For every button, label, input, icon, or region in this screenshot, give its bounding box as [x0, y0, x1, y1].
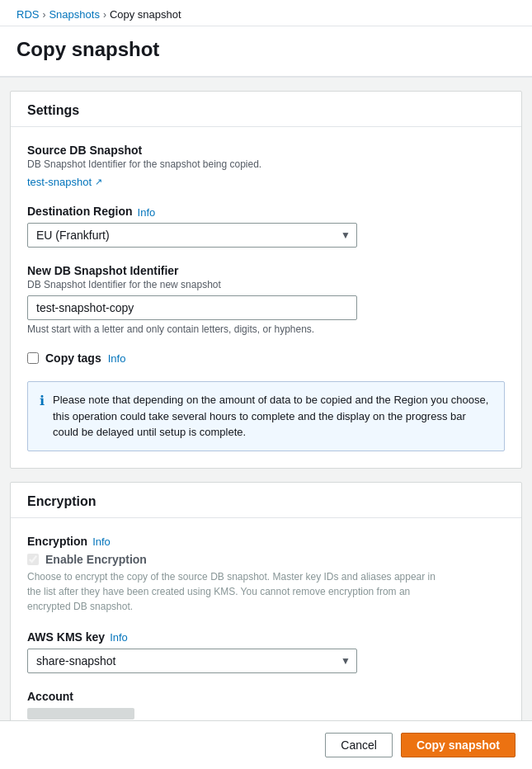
breadcrumb-current: Copy snapshot — [110, 8, 181, 21]
settings-section: Settings Source DB Snapshot DB Snapshot … — [10, 91, 522, 469]
account-label: Account — [27, 690, 505, 703]
source-db-snapshot-label: Source DB Snapshot — [27, 144, 505, 157]
copy-snapshot-button[interactable]: Copy snapshot — [401, 733, 516, 757]
aws-kms-key-select-wrapper: share-snapshot (default) aws/rds ▼ — [27, 649, 357, 673]
encryption-info[interactable]: Info — [92, 535, 111, 548]
aws-kms-key-info[interactable]: Info — [110, 631, 128, 644]
breadcrumb-sep-1: › — [42, 9, 45, 21]
enable-encryption-label: Enable Encryption — [45, 553, 147, 566]
breadcrumb-rds[interactable]: RDS — [16, 8, 39, 21]
destination-region-select[interactable]: EU (Frankfurt) US East (N. Virginia) US … — [27, 223, 357, 248]
destination-region-label: Destination Region — [27, 205, 133, 218]
external-link-icon: ↗ — [95, 177, 102, 187]
destination-region-info[interactable]: Info — [138, 206, 156, 219]
enable-encryption-checkbox — [27, 554, 39, 565]
encryption-field: Encryption Info Enable Encryption Choose… — [27, 535, 505, 614]
source-db-snapshot-field: Source DB Snapshot DB Snapshot Identifie… — [27, 144, 505, 188]
page-title: Copy snapshot — [0, 26, 532, 76]
encryption-desc: Choose to encrypt the copy of the source… — [27, 569, 440, 614]
breadcrumb: RDS › Snapshots › Copy snapshot — [0, 0, 532, 26]
account-value — [27, 708, 134, 719]
settings-section-title: Settings — [27, 103, 79, 117]
aws-kms-key-select[interactable]: share-snapshot (default) aws/rds — [27, 649, 357, 673]
copy-tags-info[interactable]: Info — [108, 352, 126, 365]
encryption-label: Encryption — [27, 535, 87, 548]
destination-region-field: Destination Region Info EU (Frankfurt) U… — [27, 205, 505, 248]
source-db-snapshot-link[interactable]: test-snapshot ↗ — [27, 176, 102, 188]
new-db-snapshot-id-input[interactable] — [27, 295, 357, 320]
cancel-button[interactable]: Cancel — [325, 733, 393, 757]
breadcrumb-snapshots[interactable]: Snapshots — [49, 8, 99, 21]
destination-region-select-wrapper: EU (Frankfurt) US East (N. Virginia) US … — [27, 223, 357, 248]
new-db-snapshot-id-label: New DB Snapshot Identifier — [27, 264, 505, 277]
copy-tags-row: Copy tags Info — [27, 351, 505, 365]
source-db-snapshot-sublabel: DB Snapshot Identifier for the snapshot … — [27, 158, 505, 170]
info-box-text: Please note that depending on the amount… — [53, 392, 492, 441]
aws-kms-key-label: AWS KMS key — [27, 630, 105, 644]
info-box: ℹ Please note that depending on the amou… — [27, 381, 505, 451]
account-field: Account — [27, 690, 505, 722]
page-footer: Cancel Copy snapshot — [0, 720, 532, 769]
new-db-snapshot-id-field: New DB Snapshot Identifier DB Snapshot I… — [27, 264, 505, 335]
breadcrumb-sep-2: › — [103, 9, 106, 21]
encryption-section-title: Encryption — [27, 494, 97, 508]
new-db-snapshot-id-hint: Must start with a letter and only contai… — [27, 323, 505, 335]
enable-encryption-row: Enable Encryption — [27, 553, 505, 566]
new-db-snapshot-id-sublabel: DB Snapshot Identifier for the new snaps… — [27, 279, 505, 290]
aws-kms-key-field: AWS KMS key Info share-snapshot (default… — [27, 630, 505, 673]
info-box-icon: ℹ — [40, 393, 45, 408]
copy-tags-checkbox[interactable] — [27, 352, 39, 364]
copy-tags-label[interactable]: Copy tags — [45, 351, 101, 365]
